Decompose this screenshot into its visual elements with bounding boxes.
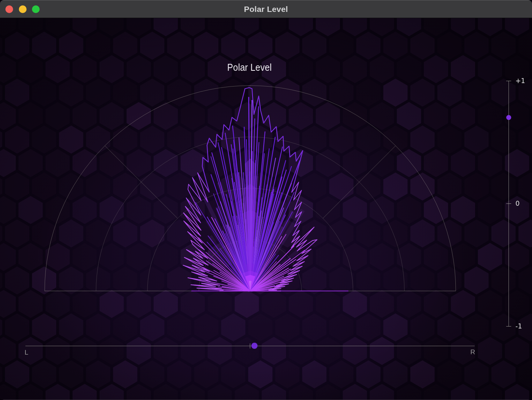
plugin-content: Polar Level +1 0 -1 L R [0, 18, 532, 400]
balance-label-left: L [25, 349, 28, 357]
balance-label-right: R [470, 348, 475, 356]
app-window: Polar Level Polar Level +1 0 -1 L R [0, 0, 532, 400]
gain-label-minus-one: -1 [515, 322, 522, 330]
balance-slider-center-tick [250, 343, 250, 348]
gain-slider-handle[interactable] [506, 115, 511, 120]
plot-title: Polar Level [227, 62, 272, 73]
gain-slider-tick-zero [506, 203, 511, 204]
gain-label-plus-one: +1 [515, 77, 525, 85]
gain-label-zero: 0 [515, 200, 520, 207]
polar-level-visualization [0, 18, 532, 400]
window-title: Polar Level [0, 0, 532, 18]
balance-slider-handle[interactable] [251, 343, 258, 349]
gain-slider-tick-top [506, 81, 511, 81]
titlebar: Polar Level [0, 0, 532, 18]
gain-slider-tick-bottom [506, 326, 511, 327]
